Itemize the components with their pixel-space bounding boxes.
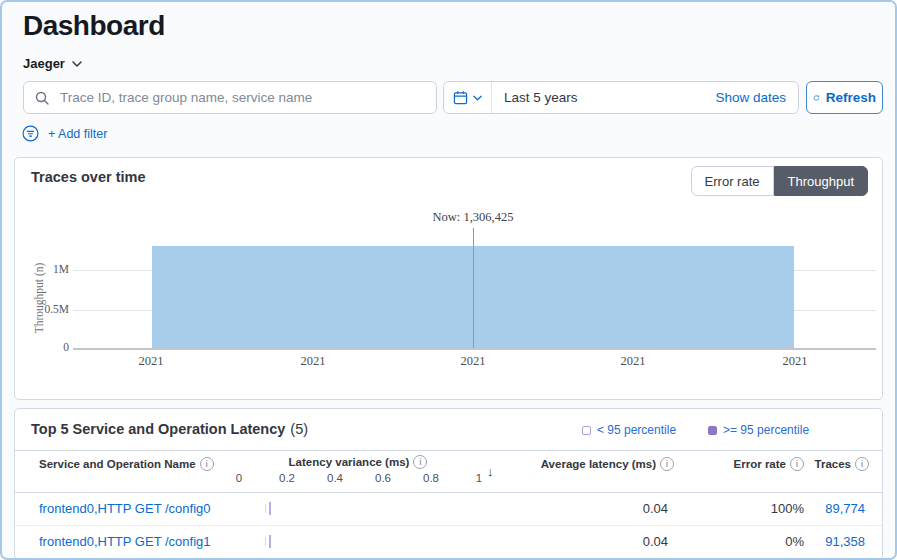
refresh-icon bbox=[813, 91, 820, 105]
info-icon[interactable]: i bbox=[790, 457, 804, 471]
now-annotation: Now: 1,306,425 bbox=[383, 210, 563, 225]
search-box bbox=[23, 81, 437, 114]
add-filter-link[interactable]: + Add filter bbox=[48, 127, 107, 141]
col-header-latency-variance: Latency variance (ms) i bbox=[228, 455, 488, 469]
variance-axis-tick: 0.8 bbox=[411, 472, 451, 484]
date-picker: Last 5 years Show dates bbox=[443, 81, 799, 114]
avg-latency-value: 0.04 bbox=[643, 492, 668, 525]
info-icon[interactable]: i bbox=[413, 455, 427, 469]
filter-row: + Add filter bbox=[22, 125, 107, 142]
error-rate-value: 100% bbox=[771, 492, 804, 525]
latency-panel-title: Top 5 Service and Operation Latency bbox=[31, 421, 285, 437]
legend-filled-square-icon bbox=[708, 426, 717, 435]
data-source-picker[interactable]: Jaeger bbox=[23, 56, 82, 71]
info-icon[interactable]: i bbox=[855, 457, 869, 471]
avg-latency-value: 0.04 bbox=[643, 525, 668, 558]
service-operation-link[interactable]: frontend0,HTTP GET /config1 bbox=[39, 525, 211, 558]
error-rate-button[interactable]: Error rate bbox=[691, 166, 774, 196]
service-operation-link[interactable]: frontend0,HTTP GET /config0 bbox=[39, 492, 211, 525]
variance-axis-tick: 0.6 bbox=[363, 472, 403, 484]
calendar-icon bbox=[453, 90, 468, 105]
info-icon[interactable]: i bbox=[200, 457, 214, 471]
x-tick: 2021 bbox=[763, 354, 827, 369]
show-dates-link[interactable]: Show dates bbox=[715, 90, 798, 105]
latency-variance-tick bbox=[269, 502, 271, 515]
legend-ge-95: >= 95 percentile bbox=[708, 423, 809, 437]
panel-divider bbox=[15, 450, 882, 451]
traces-link[interactable]: 91,358 bbox=[825, 525, 865, 558]
search-icon bbox=[34, 90, 50, 106]
variance-whisker bbox=[265, 504, 266, 513]
traces-over-time-panel: Traces over time Error rate Throughput T… bbox=[14, 157, 883, 400]
trace-analytics-dashboard: Dashboard Jaeger Last 5 years Show dates bbox=[0, 0, 897, 560]
metric-toggle-group: Error rate Throughput bbox=[691, 166, 868, 196]
date-range-label[interactable]: Last 5 years bbox=[492, 90, 715, 105]
x-tick: 2021 bbox=[601, 354, 665, 369]
filter-icon[interactable] bbox=[22, 125, 39, 142]
x-tick: 2021 bbox=[119, 354, 183, 369]
col-header-error-rate: Error rate i bbox=[734, 457, 804, 471]
table-row: frontend0,HTTP GET /config1 0.04 0% 91,3… bbox=[15, 525, 882, 559]
x-axis-line bbox=[73, 348, 876, 350]
table-row: frontend0,HTTP GET /config0 0.04 100% 89… bbox=[15, 492, 882, 526]
y-tick: 1M bbox=[29, 263, 69, 275]
refresh-label: Refresh bbox=[826, 90, 876, 105]
y-tick: 0.5M bbox=[29, 303, 69, 315]
x-tick: 2021 bbox=[281, 354, 345, 369]
data-source-label: Jaeger bbox=[23, 56, 65, 71]
panel-title: Traces over time bbox=[31, 169, 145, 185]
variance-axis-tick: 0 bbox=[219, 472, 259, 484]
col-header-service: Service and Operation Name i bbox=[39, 457, 214, 471]
col-header-average-latency: Average latency (ms) i bbox=[541, 457, 674, 471]
variance-axis-tick: 0.2 bbox=[267, 472, 307, 484]
calendar-button[interactable] bbox=[444, 82, 492, 113]
variance-whisker bbox=[265, 537, 266, 546]
info-icon[interactable]: i bbox=[660, 457, 674, 471]
refresh-button[interactable]: Refresh bbox=[806, 81, 883, 114]
y-tick: 0 bbox=[29, 341, 69, 353]
panel-title: Top 5 Service and Operation Latency (5) bbox=[31, 421, 308, 437]
legend-ge-95-label: >= 95 percentile bbox=[723, 423, 809, 437]
legend-open-square-icon bbox=[582, 426, 591, 435]
sort-descending-icon[interactable]: ↓ bbox=[487, 464, 494, 479]
now-marker-line bbox=[473, 228, 474, 348]
traces-link[interactable]: 89,774 bbox=[825, 492, 865, 525]
col-header-traces: Traces i bbox=[815, 457, 869, 471]
page-title: Dashboard bbox=[23, 10, 165, 42]
chevron-down-icon bbox=[473, 95, 482, 101]
error-rate-value: 0% bbox=[785, 525, 804, 558]
throughput-button[interactable]: Throughput bbox=[774, 166, 869, 196]
legend-lt-95-label: < 95 percentile bbox=[597, 423, 676, 437]
chevron-down-icon bbox=[72, 61, 82, 67]
x-tick: 2021 bbox=[441, 354, 505, 369]
latency-panel-count: (5) bbox=[290, 421, 308, 437]
top5-latency-panel: Top 5 Service and Operation Latency (5) … bbox=[14, 408, 883, 560]
latency-variance-tick bbox=[269, 535, 271, 548]
variance-axis-tick: 0.4 bbox=[315, 472, 355, 484]
legend-lt-95: < 95 percentile bbox=[582, 423, 676, 437]
search-input[interactable] bbox=[58, 89, 426, 106]
